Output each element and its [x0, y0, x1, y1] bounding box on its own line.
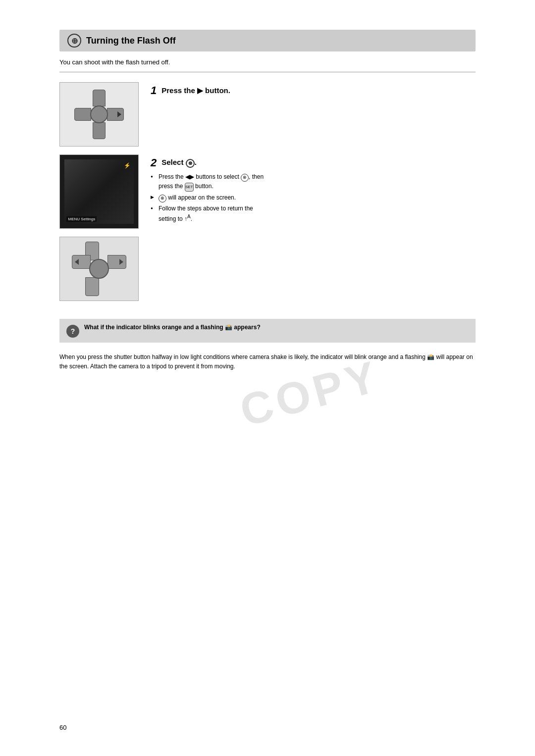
camera-screen-inner: ⚡ MENU Settings	[64, 159, 133, 224]
step-2-bullets: Press the ◀▶ buttons to select ⊗, thenpr…	[151, 172, 476, 223]
flash-off-overlay: ⚡	[124, 162, 131, 169]
step-2-number: 2	[151, 156, 157, 169]
step-1-content: 1 Press the ▶ button.	[151, 82, 476, 100]
dpad-right-arrow	[117, 111, 121, 117]
bullet-3: Follow the steps above to return thesett…	[151, 204, 476, 223]
step-2-image: ⚡ MENU Settings	[59, 154, 139, 229]
dpad-down	[93, 122, 106, 139]
body-text: When you press the shutter button halfwa…	[59, 353, 476, 371]
step-2-label: 2 Select ⊗.	[151, 156, 476, 169]
camera-menu-text: MENU Settings	[66, 216, 97, 222]
steps-container: 1 Press the ▶ button. ⚡ MENU Settings	[59, 82, 476, 309]
step-3-row	[59, 237, 476, 301]
bullet-1: Press the ◀▶ buttons to select ⊗, thenpr…	[151, 172, 476, 192]
step-1-instruction: Press the ▶ button.	[161, 86, 230, 95]
dpad2-down	[85, 277, 99, 296]
tip-icon: ?	[66, 325, 79, 338]
dpad2-center	[89, 259, 109, 279]
step-1-label: 1 Press the ▶ button.	[151, 84, 476, 97]
camera-screen: ⚡ MENU Settings	[60, 155, 138, 228]
step-2-content: 2 Select ⊗. Press the ◀▶ buttons to sele…	[151, 154, 476, 225]
section-header: ⊕ Turning the Flash Off	[59, 30, 476, 51]
step-2-row: ⚡ MENU Settings 2 Select ⊗. Press the ◀▶…	[59, 154, 476, 229]
dpad-graphic-2	[72, 242, 126, 296]
camera-image-simulation	[64, 159, 133, 224]
section-icon: ⊕	[67, 34, 81, 48]
step-1-image	[59, 82, 139, 147]
step-2-instruction: Select ⊗.	[161, 158, 197, 168]
dpad-graphic	[74, 90, 124, 139]
tip-title: What if the indicator blinks orange and …	[84, 324, 469, 331]
tip-content: What if the indicator blinks orange and …	[84, 324, 469, 333]
page-number: 60	[59, 724, 66, 731]
page-container: COPY ⊕ Turning the Flash Off You can sho…	[0, 0, 535, 756]
tip-box: ? What if the indicator blinks orange an…	[59, 319, 476, 343]
subtitle-text: You can shoot with the flash turned off.	[59, 58, 476, 66]
step-1-row: 1 Press the ▶ button.	[59, 82, 476, 147]
dpad2-right	[107, 255, 126, 269]
dpad-up	[93, 90, 106, 106]
dpad-right	[107, 108, 124, 121]
dpad2-left	[72, 255, 91, 269]
section-divider	[59, 72, 476, 72]
step-3-image	[59, 237, 139, 301]
dpad-center	[90, 105, 108, 123]
dpad-left	[74, 108, 91, 121]
step-3-spacer	[151, 237, 476, 239]
section-title: Turning the Flash Off	[86, 36, 176, 46]
bullet-2: ⊗ will appear on the screen.	[151, 193, 476, 202]
step-1-number: 1	[151, 84, 157, 97]
